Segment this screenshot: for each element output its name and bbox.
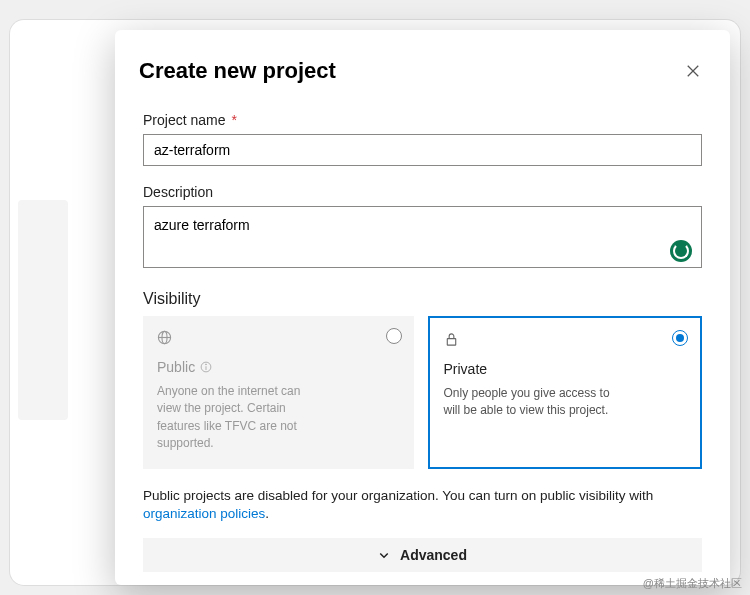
private-description: Only people you give access to will be a… (444, 385, 614, 420)
project-name-label: Project name * (143, 112, 702, 128)
grammar-check-icon[interactable] (670, 240, 692, 262)
public-title: Public (157, 359, 400, 375)
description-input[interactable] (143, 206, 702, 268)
lock-icon (444, 332, 459, 347)
watermark: @稀土掘金技术社区 (643, 576, 742, 591)
svg-rect-8 (447, 339, 455, 346)
public-radio[interactable] (386, 328, 402, 344)
private-title: Private (444, 361, 687, 377)
project-name-input[interactable] (143, 134, 702, 166)
chevron-down-icon (378, 549, 390, 561)
description-field: Description (135, 184, 702, 272)
required-marker: * (231, 112, 236, 128)
close-button[interactable] (684, 62, 702, 80)
modal-title: Create new project (139, 58, 336, 84)
modal-header: Create new project (135, 58, 702, 84)
close-icon (686, 64, 700, 78)
globe-icon (157, 330, 172, 345)
public-description: Anyone on the internet can view the proj… (157, 383, 327, 453)
private-radio[interactable] (672, 330, 688, 346)
svg-point-7 (206, 364, 207, 365)
organization-policies-link[interactable]: organization policies (143, 506, 265, 521)
visibility-label: Visibility (135, 290, 702, 308)
visibility-option-public[interactable]: Public Anyone on the internet can view t… (143, 316, 414, 469)
visibility-hint: Public projects are disabled for your or… (135, 487, 702, 525)
description-label: Description (143, 184, 702, 200)
visibility-options: Public Anyone on the internet can view t… (135, 316, 702, 469)
create-project-modal: Create new project Project name * Descri… (115, 30, 730, 585)
project-name-field: Project name * (135, 112, 702, 166)
background-sidebar (18, 200, 68, 420)
info-icon (200, 361, 212, 373)
advanced-toggle[interactable]: Advanced (143, 538, 702, 572)
visibility-option-private[interactable]: Private Only people you give access to w… (428, 316, 703, 469)
